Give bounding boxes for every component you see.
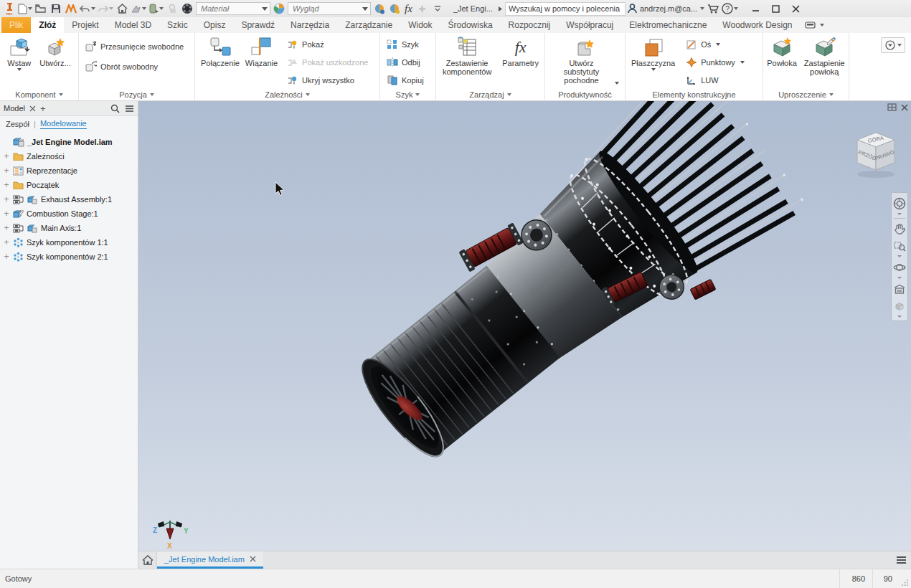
tab-opisz[interactable]: Opisz [196,17,234,33]
user-account-area[interactable]: andrzej.m@ca... [628,4,704,14]
tree-node-reprezentacje[interactable]: + Reprezentacje [3,163,138,178]
viewport-3d[interactable]: Z Y X GÓRA PRZÓD PRAWO [138,101,911,551]
store-cart-button[interactable] [707,1,719,16]
help-caret-icon[interactable] [734,7,738,10]
tab-szkic[interactable]: Szkic [159,17,196,33]
panel-uproszczenie-label[interactable]: Uproszczenie [763,89,849,100]
ribbon-options-caret-icon[interactable] [897,44,902,47]
panel-szyk-caret-icon[interactable] [415,93,420,96]
home-tab-button[interactable] [138,551,157,569]
material-combo-caret-icon[interactable] [262,7,268,11]
tab-elektromechaniczne[interactable]: Elektromechaniczne [621,17,714,33]
expander-icon[interactable]: + [3,210,10,217]
expander-icon[interactable]: + [3,253,10,260]
browser-search-icon[interactable] [110,104,120,113]
tab-plik[interactable]: Plik [1,17,31,33]
ribbon-options-button[interactable] [881,37,905,53]
minimize-button[interactable] [747,1,763,16]
navigation-wheel-button[interactable] [893,195,906,212]
return-caret-icon[interactable] [142,7,146,10]
expander-icon[interactable]: + [3,196,10,203]
point-caret-icon[interactable] [740,61,745,64]
panel-komponent-label[interactable]: Komponent [0,89,78,100]
panel-komponent-caret-icon[interactable] [59,93,63,96]
panel-pozycja-label[interactable]: Pozycja [79,89,194,100]
document-tab-active[interactable]: _Jet Engine Model.iam [157,551,263,569]
tab-widok[interactable]: Widok [400,17,440,33]
parameters-button[interactable]: fx Parametry [500,35,541,68]
plane-caret-icon[interactable] [651,68,656,71]
document-tab-close-icon[interactable] [250,556,256,562]
joint-button[interactable]: Połączenie [199,35,242,68]
adjust-appearance-button[interactable] [373,1,386,16]
tree-node-main-axis[interactable]: + Main Axis:1 [3,221,138,235]
new-file-button[interactable] [18,1,32,16]
constrain-button[interactable]: Wiązanie [243,35,280,68]
tab-model3d[interactable]: Model 3D [107,17,159,33]
appearance-sphere-icon[interactable] [273,1,285,16]
tab-rozpocznij[interactable]: Rozpocznij [501,17,559,33]
hide-all-button[interactable]: Ukryj wszystko [284,71,371,89]
fx-quick-icon[interactable]: fx [405,3,412,15]
material-wheel-icon[interactable] [181,1,194,16]
panel-szyk-label[interactable]: Szyk [380,89,435,100]
return-button[interactable] [131,1,146,16]
axis-button[interactable]: Oś [683,35,747,53]
tree-node-zaleznosci[interactable]: + Zależności [3,149,138,163]
resize-grip[interactable] [900,569,911,588]
browser-tab-close-icon[interactable] [29,105,36,112]
expander-icon[interactable]: + [3,167,10,174]
tree-root-node[interactable]: _Jet Engine Model.iam [3,135,138,149]
update-caret-icon[interactable] [159,7,164,10]
tab-narzedzia[interactable]: Narzędzia [283,17,337,33]
help-button[interactable]: ? [722,1,738,16]
tree-node-combustion-stage[interactable]: + Combustion Stage:1 [3,207,138,221]
doctab-menu-button[interactable] [891,551,911,569]
expander-icon[interactable]: + [3,239,10,246]
view-cube[interactable]: GÓRA PRZÓD PRAWO [852,130,900,183]
clear-appearance-button[interactable] [388,1,401,16]
orbit-caret-icon[interactable] [897,277,902,279]
view-zespol[interactable]: Zespół [6,120,29,128]
ribbon-display-caret-icon[interactable] [820,24,824,27]
panel-zaleznosci-label[interactable]: Zależności [195,89,379,100]
mirror-button[interactable]: Odbij [384,53,423,71]
browser-menu-icon[interactable] [125,105,134,113]
insert-component-button[interactable]: Wstaw [5,35,33,72]
free-move-button[interactable]: Przesunięcie swobodne [82,37,187,55]
tree-node-exhaust-assembly[interactable]: + Exhaust Assembly:1 [3,192,138,207]
qat-customize-button[interactable] [431,1,444,16]
viewport-split-icon[interactable] [887,103,897,111]
navigation-wheel-caret-icon[interactable] [897,213,902,215]
browser-add-tab-button[interactable]: + [40,103,46,114]
show-button[interactable]: Pokaż [284,35,371,53]
tab-wspolpracuj[interactable]: Współpracuj [558,17,621,33]
new-file-caret-icon[interactable] [28,7,32,10]
material-combobox[interactable]: Materiał [196,2,270,15]
zoom-window-button[interactable] [894,237,906,255]
derived-substitutes-button[interactable]: Utwórz substytuty pochodne [549,35,621,85]
tab-sprawdz[interactable]: Sprawdź [233,17,283,33]
home-button[interactable] [115,1,128,16]
update-button[interactable] [148,1,164,16]
panel-uproszczenie-caret-icon[interactable] [829,93,834,96]
open-button[interactable] [34,1,47,16]
bom-button[interactable]: Zestawienie komponentów [440,35,494,77]
tab-srodowiska[interactable]: Środowiska [440,17,501,33]
save-button[interactable] [49,1,62,16]
plane-button[interactable]: Płaszczyzna [629,35,677,72]
close-button[interactable] [788,1,803,16]
pan-button[interactable] [894,220,905,237]
tab-woodwork[interactable]: Woodwork Design [714,17,800,33]
viewport-close-icon[interactable] [901,104,908,111]
tree-node-poczatek[interactable]: + Początek [3,178,138,192]
orbit-button[interactable] [893,259,906,276]
zoom-caret-icon[interactable] [897,255,902,257]
look-at-button[interactable] [893,280,906,298]
help-search-input[interactable]: Wyszukaj w pomocy i polecenia [505,2,626,16]
panel-pozycja-caret-icon[interactable] [150,93,154,96]
tree-node-pattern-1[interactable]: + Szyk komponentów 1:1 [3,235,138,250]
shrinkwrap-button[interactable]: Powłoka [765,35,799,68]
shrinkwrap-substitute-button[interactable]: Zastąpienie powłoką [802,35,847,77]
view-modelowanie[interactable]: Modelowanie [40,119,87,129]
